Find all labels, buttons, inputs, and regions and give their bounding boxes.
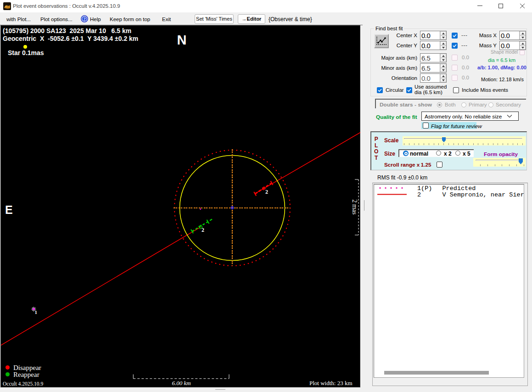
- svg-text:E: E: [5, 203, 13, 216]
- svg-text:?: ?: [84, 17, 86, 22]
- svg-text:Occult 4.2025.10.9: Occult 4.2025.10.9: [3, 381, 43, 386]
- svg-text:(105795) 2000 SA123 2025 Mar: (105795) 2000 SA123 2025 Mar 10 6.5 km: [3, 27, 131, 34]
- svg-text:Star 0.1mas: Star 0.1mas: [8, 49, 44, 56]
- svg-text:Predicted: Predicted: [442, 185, 476, 192]
- svg-text:2: 2: [265, 189, 268, 195]
- svg-text:N: N: [177, 33, 187, 47]
- svg-text:V Sempronio, near Sierr: V Sempronio, near Sierr: [442, 191, 524, 198]
- svg-text:1(P): 1(P): [417, 185, 432, 192]
- svg-text:2 mas: 2 mas: [351, 199, 358, 214]
- svg-text:2: 2: [417, 191, 421, 198]
- svg-text:6.00 km: 6.00 km: [172, 380, 190, 386]
- svg-text:1: 1: [35, 309, 38, 315]
- svg-text:Reappear: Reappear: [13, 371, 39, 378]
- svg-text:Disappear: Disappear: [13, 364, 41, 371]
- svg-text:2: 2: [202, 227, 204, 233]
- svg-text:Plot width: 23 km: Plot width: 23 km: [309, 380, 353, 386]
- svg-text:Geocentric X -5052.6 ±0.1 Y: Geocentric X -5052.6 ±0.1 Y 3439.4 ±0.2 …: [3, 35, 138, 42]
